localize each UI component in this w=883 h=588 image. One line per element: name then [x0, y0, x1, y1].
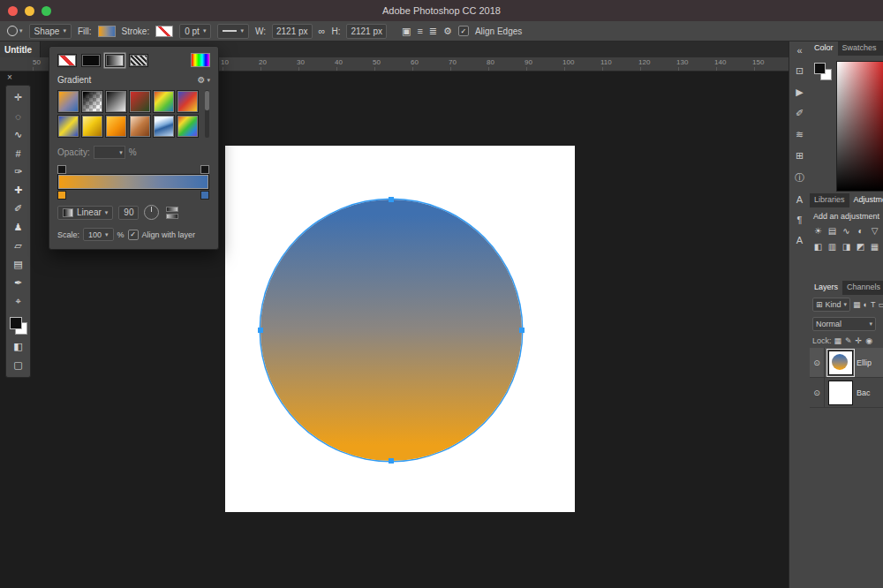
- gradient-preset-red-green[interactable]: [129, 90, 151, 113]
- tab-libraries[interactable]: Libraries: [810, 193, 849, 207]
- close-icon[interactable]: ×: [7, 72, 12, 82]
- gear-icon[interactable]: ⚙: [443, 26, 452, 37]
- tool-healing-brush[interactable]: ✚: [6, 181, 30, 200]
- tool-zoom[interactable]: ⌖: [6, 292, 30, 311]
- lock-pixels-icon[interactable]: ✎: [845, 336, 852, 345]
- presets-scrollbar[interactable]: [205, 90, 209, 138]
- gradient-preset-spectrum-warm[interactable]: [153, 90, 175, 113]
- foreground-background-swatches[interactable]: [9, 316, 28, 335]
- brush-settings-icon[interactable]: ✐: [796, 108, 804, 119]
- tab-channels[interactable]: Channels: [842, 281, 883, 295]
- filter-adjustment-icon[interactable]: ◐: [864, 300, 868, 309]
- tool-eraser[interactable]: ▱: [6, 237, 30, 255]
- tool-lasso[interactable]: ∿: [6, 125, 30, 144]
- filter-pixel-icon[interactable]: ▦: [853, 300, 861, 309]
- foreground-color-swatch[interactable]: [10, 317, 22, 329]
- levels-icon[interactable]: ▤: [827, 225, 837, 236]
- minimize-window-button[interactable]: [25, 6, 34, 16]
- gradient-angle-field[interactable]: 90: [118, 206, 139, 220]
- curves-icon[interactable]: ∿: [841, 225, 851, 236]
- lock-transparency-icon[interactable]: ▦: [834, 336, 842, 345]
- gradient-preset-chrome[interactable]: [153, 115, 175, 138]
- visibility-toggle[interactable]: ⊙: [810, 348, 825, 377]
- zoom-window-button[interactable]: [42, 6, 51, 16]
- glyphs-icon[interactable]: A: [796, 235, 803, 245]
- path-operations-icon[interactable]: ▣: [402, 26, 411, 37]
- vibrance-icon[interactable]: ▽: [870, 225, 879, 236]
- gradient-preset-foreground-to-transparent[interactable]: [81, 90, 103, 113]
- gradient-preset-spectrum[interactable]: [177, 115, 199, 138]
- link-dimensions-icon[interactable]: ∞: [319, 26, 326, 36]
- stop-color-left[interactable]: [57, 191, 66, 200]
- photo-filter-icon[interactable]: ◩: [856, 241, 865, 252]
- gradient-preset-orange[interactable]: [105, 115, 127, 138]
- fill-type-none-button[interactable]: [57, 54, 77, 67]
- shape-ellipse[interactable]: [260, 200, 522, 461]
- gradient-preset-orange-blue[interactable]: [57, 90, 79, 113]
- navigator-icon[interactable]: ⊡: [796, 65, 804, 77]
- gradient-editor-bar[interactable]: [57, 174, 209, 190]
- channel-mixer-icon[interactable]: ▦: [870, 241, 879, 252]
- tool-crop[interactable]: #: [6, 144, 30, 162]
- stroke-swatch[interactable]: [155, 26, 173, 37]
- tool-gradient[interactable]: ▤: [6, 255, 30, 274]
- path-alignment-icon[interactable]: ≡: [417, 26, 422, 36]
- fill-type-solid-button[interactable]: [81, 54, 101, 67]
- visibility-toggle[interactable]: ⊙: [810, 378, 825, 407]
- align-with-layer-checkbox[interactable]: ✓: [128, 230, 139, 240]
- layer-thumbnail[interactable]: [828, 351, 853, 375]
- opacity-stop-right[interactable]: [200, 165, 209, 174]
- tab-color[interactable]: Color: [810, 41, 838, 56]
- layer-thumbnail[interactable]: [828, 381, 853, 405]
- filter-type-icon[interactable]: T: [871, 300, 876, 309]
- tool-quick-mask[interactable]: ◧: [6, 337, 30, 356]
- layer-row-ellipse[interactable]: ⊙Ellip: [810, 348, 883, 378]
- tool-mode-dropdown[interactable]: Shape ▾: [29, 24, 72, 39]
- transform-handle-left[interactable]: [258, 328, 263, 333]
- tool-clone-stamp[interactable]: ♟: [6, 218, 30, 237]
- path-arrangement-icon[interactable]: ≣: [429, 26, 437, 37]
- tool-brush[interactable]: ✐: [6, 200, 30, 218]
- character-icon[interactable]: A: [796, 194, 803, 205]
- transform-handle-top[interactable]: [389, 197, 394, 202]
- color-field[interactable]: [836, 61, 883, 192]
- clone-source-icon[interactable]: ⊞: [796, 150, 804, 162]
- tool-move[interactable]: ✛: [6, 88, 30, 107]
- lock-position-icon[interactable]: ✛: [856, 336, 863, 345]
- lock-all-icon[interactable]: ◉: [865, 336, 872, 345]
- scrollbar-thumb[interactable]: [205, 91, 209, 110]
- foreground-background-mini-swatches[interactable]: [814, 63, 832, 80]
- color-balance-icon[interactable]: ▥: [827, 241, 837, 252]
- tab-swatches[interactable]: Swatches: [838, 41, 881, 56]
- opacity-field[interactable]: ▾: [94, 146, 125, 159]
- tool-pen[interactable]: ✒: [6, 274, 30, 292]
- fill-type-gradient-button[interactable]: [105, 54, 125, 67]
- document-tab[interactable]: Untitle: [0, 41, 41, 57]
- opacity-stop-left[interactable]: [57, 165, 66, 174]
- transform-handle-bottom[interactable]: [389, 458, 394, 464]
- gradient-preset-blue-yellow-blue[interactable]: [57, 115, 79, 138]
- collapse-panels-icon[interactable]: «: [796, 45, 802, 56]
- tool-eyedropper[interactable]: ✑: [6, 162, 30, 181]
- hue-saturation-icon[interactable]: ◧: [813, 241, 823, 252]
- filter-shape-icon[interactable]: ▭: [879, 300, 883, 309]
- screen-mode-button[interactable]: ▢: [6, 356, 30, 374]
- angle-dial[interactable]: [144, 205, 159, 220]
- close-window-button[interactable]: [8, 6, 18, 16]
- height-field[interactable]: 2121 px: [346, 24, 387, 39]
- tool-marquee[interactable]: ◌: [6, 107, 30, 125]
- foreground-color-swatch[interactable]: [814, 63, 826, 74]
- layer-row-background[interactable]: ⊙Bac: [810, 378, 883, 408]
- fill-swatch[interactable]: [98, 26, 116, 37]
- gradient-style-dropdown[interactable]: Linear ▾: [57, 206, 113, 220]
- black-white-icon[interactable]: ◨: [841, 241, 851, 252]
- gradient-preset-yellow[interactable]: [81, 115, 103, 138]
- tab-layers[interactable]: Layers: [810, 281, 842, 295]
- info-icon[interactable]: ⓘ: [795, 171, 804, 185]
- brightness-contrast-icon[interactable]: ☀: [813, 225, 823, 236]
- tool-preset-button[interactable]: ▾: [7, 26, 23, 36]
- actions-icon[interactable]: ▶: [796, 87, 803, 98]
- gradient-preset-black-white[interactable]: [105, 90, 127, 113]
- brushes-icon[interactable]: ≋: [796, 129, 804, 140]
- paragraph-icon[interactable]: ¶: [797, 215, 803, 225]
